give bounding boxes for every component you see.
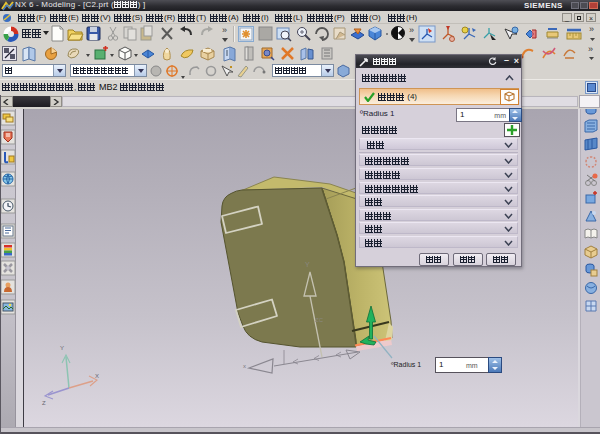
svg-text:X: X [95,373,99,379]
svg-text:Z: Z [42,400,46,406]
svg-text:»: » [222,25,227,35]
svg-text:»: » [409,25,414,35]
svg-text:ZC: ZC [315,317,324,323]
svg-text:»: » [589,24,594,34]
svg-text:Y: Y [305,261,310,268]
svg-text:»: » [588,44,593,54]
svg-text:Y: Y [60,345,64,351]
svg-text:x: x [243,363,246,369]
